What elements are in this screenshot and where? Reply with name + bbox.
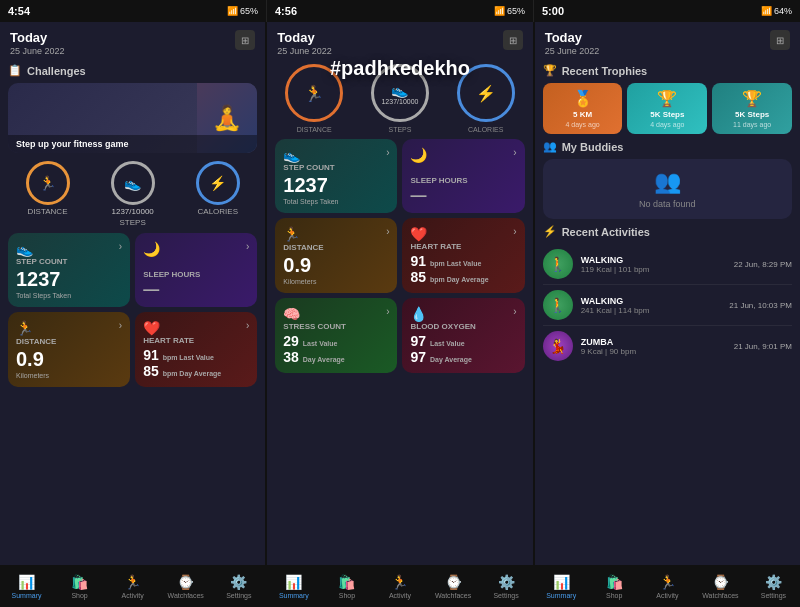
nav-watchfaces-p2[interactable]: ⌚ Watchfaces bbox=[427, 565, 480, 607]
step-count-sub-p1: Total Steps Taken bbox=[16, 292, 122, 299]
sleep-hours-title-p1: SLEEP HOURS bbox=[143, 270, 249, 279]
heart-rate-title-p2: HEART RATE bbox=[410, 242, 516, 251]
nav-watchfaces-p3[interactable]: ⌚ Watchfaces bbox=[694, 565, 747, 607]
blood-oxygen-card-p2[interactable]: 💧 › BLOOD OXYGEN 97 Last Value 97 Day Av… bbox=[402, 298, 524, 373]
sleep-card-arrow-p2: › bbox=[513, 147, 516, 158]
activity-icon-p2: 🏃 bbox=[391, 574, 408, 590]
metric-label-distance-p1: DISTANCE bbox=[28, 207, 68, 216]
activities-list: 🚶 WALKING 119 Kcal | 101 bpm 22 Jun, 8:2… bbox=[543, 244, 792, 366]
watchfaces-label-p3: Watchfaces bbox=[702, 592, 738, 599]
walking2-time: 21 Jun, 10:03 PM bbox=[729, 301, 792, 310]
sleep-card-arrow-p1: › bbox=[246, 241, 249, 252]
big-metric-steps-p2: 👟 1237/10000 STEPS bbox=[371, 64, 429, 133]
trophies-label-text: Recent Trophies bbox=[562, 65, 648, 77]
panel3-header-icon[interactable]: ⊞ bbox=[770, 30, 790, 50]
activity-label-p1: Activity bbox=[122, 592, 144, 599]
trophy-5k-steps-2[interactable]: 🏆 5K Steps 11 days ago bbox=[712, 83, 792, 134]
challenge-card[interactable]: 🧘 Step up your fitness game bbox=[8, 83, 257, 153]
panel2-card-grid-bot: 🧠 › STRESS COUNT 29 Last Value 38 Day Av… bbox=[275, 298, 524, 373]
distance-card-p1[interactable]: 🏃 › DISTANCE 0.9 Kilometers bbox=[8, 312, 130, 387]
nav-shop-p2[interactable]: 🛍️ Shop bbox=[320, 565, 373, 607]
panel3-header: Today 25 June 2022 ⊞ bbox=[535, 22, 800, 60]
panel3-body: 🏆 Recent Trophies 🏅 5 KM 4 days ago 🏆 5K… bbox=[535, 60, 800, 565]
nav-shop-p1[interactable]: 🛍️ Shop bbox=[53, 565, 106, 607]
activity-icon-p3: 🏃 bbox=[659, 574, 676, 590]
trophy-icon-5ksteps1: 🏆 bbox=[657, 89, 677, 108]
watchfaces-label-p2: Watchfaces bbox=[435, 592, 471, 599]
trophy-date-5km: 4 days ago bbox=[565, 121, 599, 128]
panel1-date: 25 June 2022 bbox=[10, 46, 65, 56]
distance-sub-p1: Kilometers bbox=[16, 372, 122, 379]
nav-summary-p3[interactable]: 📊 Summary bbox=[535, 565, 588, 607]
metric-label-steps-p1: STEPS bbox=[120, 218, 146, 227]
panel3-nav: 📊 Summary 🛍️ Shop 🏃 Activity ⌚ Watchface… bbox=[535, 565, 800, 607]
buddies-label-text: My Buddies bbox=[562, 141, 624, 153]
status-icons-panel3: 📶64% bbox=[761, 6, 792, 16]
nav-settings-p3[interactable]: ⚙️ Settings bbox=[747, 565, 800, 607]
summary-label-p2: Summary bbox=[279, 592, 309, 599]
nav-watchfaces-p1[interactable]: ⌚ Watchfaces bbox=[159, 565, 212, 607]
trophies-row: 🏅 5 KM 4 days ago 🏆 5K Steps 4 days ago … bbox=[543, 83, 792, 134]
sleep-hours-card-p2[interactable]: 🌙 › SLEEP HOURS — bbox=[402, 139, 524, 213]
nav-summary-p2[interactable]: 📊 Summary bbox=[267, 565, 320, 607]
walking2-dot: 🚶 bbox=[543, 290, 573, 320]
trophy-5km[interactable]: 🏅 5 KM 4 days ago bbox=[543, 83, 623, 134]
panel2-title: Today bbox=[277, 30, 332, 45]
nav-shop-p3[interactable]: 🛍️ Shop bbox=[588, 565, 641, 607]
nav-activity-p3[interactable]: 🏃 Activity bbox=[641, 565, 694, 607]
big-label-steps-p2: STEPS bbox=[388, 126, 411, 133]
nav-activity-p2[interactable]: 🏃 Activity bbox=[373, 565, 426, 607]
watchfaces-icon-p3: ⌚ bbox=[712, 574, 729, 590]
sleep-card-icon-p2: 🌙 bbox=[410, 147, 427, 163]
shop-label-p3: Shop bbox=[606, 592, 622, 599]
challenges-section-label: 📋 Challenges bbox=[8, 64, 257, 77]
step-count-card-p2[interactable]: 👟 › STEP COUNT 1237 Total Steps Taken bbox=[275, 139, 397, 213]
heart-rate-card-p1[interactable]: ❤️ › HEART RATE 91 bpm Last Value 85 bpm… bbox=[135, 312, 257, 387]
step-count-sub-p2: Total Steps Taken bbox=[283, 198, 389, 205]
status-bar-panel1: 4:54 📶65% bbox=[0, 0, 267, 22]
panel1-header: Today 25 June 2022 ⊞ bbox=[0, 22, 265, 60]
step-count-value-p2: 1237 bbox=[283, 174, 389, 197]
stress-value1-p2: 29 Last Value bbox=[283, 333, 389, 349]
sleep-hours-value-p1: — bbox=[143, 281, 249, 299]
activity-icon-p1: 🏃 bbox=[124, 574, 141, 590]
panel1-header-icon[interactable]: ⊞ bbox=[235, 30, 255, 50]
time-panel3: 5:00 bbox=[542, 5, 564, 17]
big-label-calories-p2: CALORIES bbox=[468, 126, 503, 133]
heart-rate-value2-p2: 85 bpm Day Average bbox=[410, 269, 516, 285]
trophies-section-label: 🏆 Recent Trophies bbox=[543, 64, 792, 77]
metric-distance-p1: 🏃 DISTANCE bbox=[26, 161, 70, 227]
step-count-title-p1: STEP COUNT bbox=[16, 257, 122, 266]
nav-summary-p1[interactable]: 📊 Summary bbox=[0, 565, 53, 607]
blood-value2-p2: 97 Day Average bbox=[410, 349, 516, 365]
step-card-arrow-p2: › bbox=[386, 147, 389, 158]
nav-activity-p1[interactable]: 🏃 Activity bbox=[106, 565, 159, 607]
stress-card-arrow-p2: › bbox=[386, 306, 389, 317]
zumba-stats: 9 Kcal | 90 bpm bbox=[581, 347, 726, 356]
step-count-card-p1[interactable]: 👟 › STEP COUNT 1237 Total Steps Taken bbox=[8, 233, 130, 307]
sleep-hours-card-p1[interactable]: 🌙 › SLEEP HOURS — bbox=[135, 233, 257, 307]
settings-icon-p1: ⚙️ bbox=[230, 574, 247, 590]
metric-circle-calories-p1: ⚡ bbox=[196, 161, 240, 205]
heart-rate-title-p1: HEART RATE bbox=[143, 336, 249, 345]
trophy-5k-steps-1[interactable]: 🏆 5K Steps 4 days ago bbox=[627, 83, 707, 134]
panel-2: Today 25 June 2022 ⊞ #padhkedekho 🏃 DIST… bbox=[267, 22, 534, 607]
status-bar-panel2: 4:56 📶65% bbox=[267, 0, 534, 22]
distance-card-p2[interactable]: 🏃 › DISTANCE 0.9 Kilometers bbox=[275, 218, 397, 293]
activity-zumba[interactable]: 💃 ZUMBA 9 Kcal | 90 bpm 21 Jun, 9:01 PM bbox=[543, 326, 792, 366]
activity-walking-2[interactable]: 🚶 WALKING 241 Kcal | 114 bpm 21 Jun, 10:… bbox=[543, 285, 792, 326]
heart-rate-card-p2[interactable]: ❤️ › HEART RATE 91 bpm Last Value 85 bpm… bbox=[402, 218, 524, 293]
activity-walking-1[interactable]: 🚶 WALKING 119 Kcal | 101 bpm 22 Jun, 8:2… bbox=[543, 244, 792, 285]
nav-settings-p2[interactable]: ⚙️ Settings bbox=[480, 565, 533, 607]
stress-count-title-p2: STRESS COUNT bbox=[283, 322, 389, 331]
nav-settings-p1[interactable]: ⚙️ Settings bbox=[212, 565, 265, 607]
distance-card-arrow-p1: › bbox=[119, 320, 122, 331]
summary-icon-p1: 📊 bbox=[18, 574, 35, 590]
panel3-date: 25 June 2022 bbox=[545, 46, 600, 56]
big-label-distance-p2: DISTANCE bbox=[297, 126, 332, 133]
heart-rate-value1-p2: 91 bpm Last Value bbox=[410, 253, 516, 269]
step-count-value-p1: 1237 bbox=[16, 268, 122, 291]
panel2-header-icon[interactable]: ⊞ bbox=[503, 30, 523, 50]
blood-oxygen-title-p2: BLOOD OXYGEN bbox=[410, 322, 516, 331]
stress-card-p2[interactable]: 🧠 › STRESS COUNT 29 Last Value 38 Day Av… bbox=[275, 298, 397, 373]
